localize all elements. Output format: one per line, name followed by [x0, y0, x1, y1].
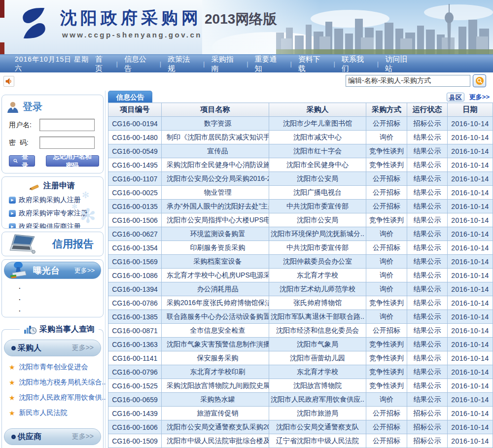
cell-project-name-link[interactable]: 采购档案室设备	[162, 255, 269, 269]
search-input[interactable]	[346, 75, 470, 87]
cell-project-name-link[interactable]: 旅游宣传促销	[162, 407, 269, 420]
cell-project-name-link[interactable]: 东北育才学校中心机房UPS电源采购	[162, 269, 269, 282]
cell-date: 2016-10-14	[448, 393, 493, 407]
password-field[interactable]	[39, 137, 95, 149]
col-purchaser: 采购人	[269, 103, 366, 117]
exposure-item[interactable]: .	[4, 302, 101, 313]
org-link[interactable]: 新民市人民法院	[19, 409, 68, 417]
tab-info-announcement[interactable]: 信息公告	[108, 91, 152, 103]
supplier-more-link[interactable]: 更多>>	[72, 432, 94, 441]
register-link[interactable]: 政府采购供应商注册	[19, 222, 81, 229]
cell-project-name-link[interactable]: 采购2016年度张氏帅府博物馆保洁物业费	[162, 296, 269, 310]
cell-project-name-link[interactable]: 数字资源	[162, 117, 269, 131]
cell-project-id: CG16-00-0796	[108, 365, 162, 379]
nav-item[interactable]: 采购指南	[211, 55, 240, 73]
chart-icon	[24, 324, 36, 335]
cell-project-name-link[interactable]: 物业管理	[162, 186, 269, 200]
site-logo	[15, 7, 53, 39]
nav-item[interactable]: 重要通知	[255, 55, 284, 73]
cell-project-name-link[interactable]: 沈阳市公安局指挥中心大楼UPS电池更新...	[162, 213, 269, 227]
banner-red-mark	[0, 0, 4, 18]
cell-method: 询价	[366, 131, 407, 144]
cell-purchaser: 沈阳故宫博物院	[269, 379, 366, 393]
cell-project-name-link[interactable]: 制印《沈阳市居民防灾减灾知识手册》	[162, 131, 269, 144]
cell-project-name-link[interactable]: 采购热水罐	[162, 393, 269, 407]
credit-report-panel[interactable]: 信用报告	[1, 232, 104, 256]
col-project-name: 项目名称	[162, 103, 269, 117]
cell-date: 2016-10-14	[448, 434, 493, 448]
cell-purchaser: 东北育才学校	[269, 269, 366, 282]
cell-project-id: CG16-00-1394	[108, 282, 162, 296]
purchaser-more-link[interactable]: 更多>>	[72, 344, 94, 352]
cell-project-name-link[interactable]: 全市信息安全检查	[162, 324, 269, 338]
table-row: CG16-00-1509 沈阳市中级人民法院审批综合楼及法警基.. 辽宁省沈阳市…	[108, 434, 493, 448]
cell-project-name-link[interactable]: 办公消耗用品	[162, 282, 269, 296]
cell-date: 2016-10-14	[448, 131, 493, 144]
cell-project-name-link[interactable]: 沈阳市中级人民法院审批综合楼及法警基..	[162, 434, 269, 448]
forgot-password-button[interactable]: 忘记用户名和密码	[46, 155, 99, 167]
cell-status: 结果公示	[407, 227, 448, 241]
cell-project-name-link[interactable]: 联合路服务中心办公活动设备购置	[162, 310, 269, 324]
nav-item[interactable]: 联系我们	[342, 55, 371, 73]
exposure-item[interactable]: .	[4, 290, 101, 302]
cell-project-name-link[interactable]: 沈阳市公安局交通警察支队采购2016年城..	[162, 420, 269, 434]
org-link[interactable]: 沈阳市地方税务局机关综合..	[19, 378, 106, 387]
nav-item[interactable]: 政策法规	[168, 55, 197, 73]
nav-item[interactable]: 首页	[95, 55, 110, 73]
star-icon: ★	[9, 394, 15, 402]
cell-project-id: CG16-00-0194	[108, 117, 162, 131]
cell-project-name-link[interactable]: 保安服务采购	[162, 351, 269, 365]
org-link[interactable]: 沈阳市人民政府军用饮食供..	[19, 393, 106, 402]
exposure-header[interactable]: 曝光台 更多>>	[4, 262, 101, 279]
register-title: 注册申请	[43, 181, 75, 191]
cell-purchaser: 沈阳市少年儿童图书馆	[269, 117, 366, 131]
cell-status: 结果公示	[407, 213, 448, 227]
supplier-group-header[interactable]: 供应商 更多>>	[4, 428, 101, 445]
cell-project-id: CG16-00-1107	[108, 172, 162, 186]
cell-purchaser: 东北育才学校	[269, 365, 366, 379]
cell-date: 2016-10-14	[448, 338, 493, 351]
main-content: 信息公告 县区 更多>> 项目编号 项目名称 采购人 采购方式	[106, 91, 493, 448]
cell-date: 2016-10-14	[448, 379, 493, 393]
nav-item[interactable]: 信息公告	[124, 55, 153, 73]
nav-separator: |	[203, 60, 205, 68]
cell-project-name-link[interactable]: 采购沈阳故宫博物院九间殿院史展陈列改..	[162, 379, 269, 393]
announcements-more-link[interactable]: 更多>>	[469, 93, 490, 102]
cell-method: 询价	[366, 282, 407, 296]
table-row: CG16-00-0659 采购热水罐 沈阳市人民政府军用饮食供应.. 询价 结果…	[108, 393, 493, 407]
cell-project-name-link[interactable]: 环境监测设备购置	[162, 227, 269, 241]
cell-purchaser: 沈阳市减灾中心	[269, 131, 366, 144]
login-button[interactable]: 登录	[9, 155, 35, 167]
sidebar: 登录 用户名: 密 码: 登录	[0, 91, 106, 448]
username-field[interactable]	[39, 119, 95, 131]
search-button[interactable]	[473, 74, 486, 87]
county-button[interactable]: 县区	[447, 93, 464, 102]
cell-project-name-link[interactable]: 承办“外国人眼中的沈阳好去处”主题活..	[162, 200, 269, 213]
cell-project-id: CG16-00-1354	[108, 241, 162, 255]
cell-project-id: CG16-00-0135	[108, 200, 162, 213]
nav-item[interactable]: 资料下载	[298, 55, 327, 73]
purchaser-group-header[interactable]: 采购人 更多>>	[4, 340, 101, 356]
cell-project-name-link[interactable]: 东北育才学校印刷	[162, 365, 269, 379]
announcement-speaker-button[interactable]	[3, 76, 14, 87]
cell-date: 2016-10-14	[448, 296, 493, 310]
credit-report-title: 信用报告	[52, 237, 94, 251]
cell-status: 结果公示	[407, 324, 448, 338]
org-link[interactable]: 沈阳市青年创业促进会	[19, 363, 88, 372]
purchaser-title: 采购人	[18, 343, 41, 353]
cell-date: 2016-10-14	[448, 241, 493, 255]
cell-project-name-link[interactable]: 沈阳市气象灾害预警信息制作演播室综合..	[162, 338, 269, 351]
nav-item[interactable]: 访问旧站	[385, 55, 414, 73]
exposure-item[interactable]: .	[4, 279, 101, 290]
table-row: CG16-00-0135 承办“外国人眼中的沈阳好去处”主题活.. 中共沈阳市委…	[108, 200, 493, 213]
cell-project-name-link[interactable]: 印刷服务资质采购	[162, 241, 269, 255]
register-link[interactable]: 政府采购评审专家注册	[19, 209, 88, 218]
cell-project-id: CG16-00-1385	[108, 310, 162, 324]
table-row: CG16-00-1480 制印《沈阳市居民防灾减灾知识手册》 沈阳市减灾中心 询…	[108, 131, 493, 144]
exposure-more-link[interactable]: 更多>>	[74, 266, 95, 275]
banner-red-mark	[0, 42, 4, 54]
cell-project-name-link[interactable]: 采购沈阳市全民健身中心消防设施检测	[162, 158, 269, 172]
cell-project-name-link[interactable]: 宣传品	[162, 144, 269, 158]
cell-project-name-link[interactable]: 沈阳市公安局公交分局采购2016-2017年...	[162, 172, 269, 186]
cell-project-id: CG16-00-1439	[108, 407, 162, 420]
